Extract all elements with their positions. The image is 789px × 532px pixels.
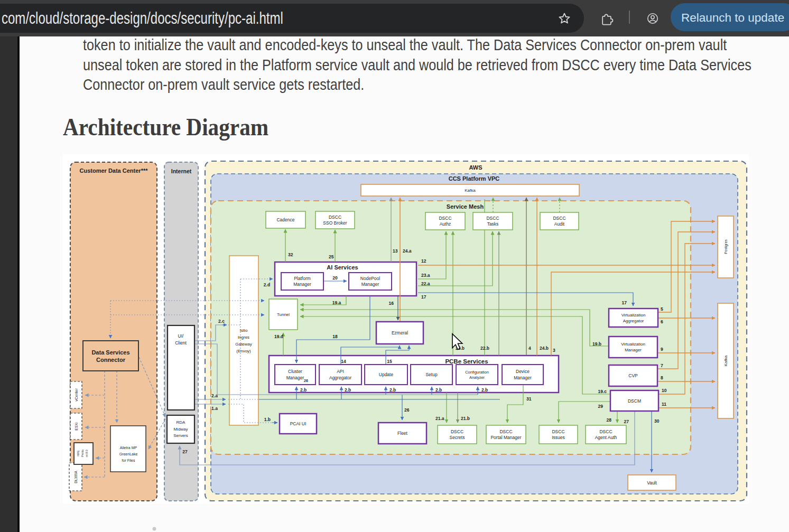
svg-text:Servers: Servers bbox=[173, 433, 188, 438]
svg-text:Cluster: Cluster bbox=[288, 369, 302, 374]
svg-text:Update: Update bbox=[379, 372, 394, 377]
svg-text:Issues: Issues bbox=[552, 435, 565, 440]
svg-text:2.a: 2.a bbox=[211, 393, 218, 398]
svg-text:Analyzer: Analyzer bbox=[469, 375, 485, 380]
svg-text:Kafka: Kafka bbox=[465, 188, 476, 193]
svg-text:Customer Data Center***: Customer Data Center*** bbox=[80, 167, 148, 174]
svg-text:31: 31 bbox=[526, 396, 532, 402]
svg-text:DSCC: DSCC bbox=[329, 214, 341, 220]
svg-text:RDA: RDA bbox=[177, 420, 186, 425]
svg-text:Manager: Manager bbox=[514, 375, 532, 380]
svg-text:Prolia: Prolia bbox=[81, 449, 84, 457]
svg-text:22.a: 22.a bbox=[421, 281, 430, 286]
svg-text:DSCC: DSCC bbox=[552, 429, 564, 434]
svg-text:Istio: Istio bbox=[240, 328, 248, 333]
svg-text:Connector: Connector bbox=[96, 357, 126, 363]
svg-text:Portal Manager: Portal Manager bbox=[490, 435, 521, 440]
svg-text:Ezmeral: Ezmeral bbox=[392, 330, 408, 335]
svg-text:AI Services: AI Services bbox=[327, 264, 358, 270]
svg-text:SSO Broker: SSO Broker bbox=[323, 220, 347, 226]
svg-text:15: 15 bbox=[387, 359, 392, 364]
svg-text:27: 27 bbox=[624, 419, 629, 424]
svg-text:Manager: Manager bbox=[286, 375, 304, 380]
svg-text:29: 29 bbox=[598, 404, 604, 409]
svg-text:6: 6 bbox=[661, 319, 663, 324]
svg-text:Aggregator: Aggregator bbox=[329, 375, 351, 380]
svg-text:Tasks: Tasks bbox=[487, 221, 499, 227]
svg-text:14: 14 bbox=[341, 359, 346, 364]
svg-text:Kafka: Kafka bbox=[723, 355, 728, 366]
svg-text:28: 28 bbox=[607, 417, 612, 423]
svg-text:17: 17 bbox=[622, 300, 627, 305]
svg-text:19.c: 19.c bbox=[598, 389, 607, 394]
svg-text:CVP: CVP bbox=[628, 373, 638, 378]
svg-text:Manager: Manager bbox=[625, 348, 642, 352]
svg-text:Alletra MP: Alletra MP bbox=[120, 446, 137, 450]
svg-text:26: 26 bbox=[404, 407, 410, 413]
svg-text:3: 3 bbox=[553, 348, 555, 353]
svg-text:19.a: 19.a bbox=[332, 300, 341, 305]
svg-text:24.a: 24.a bbox=[403, 248, 412, 254]
svg-text:UI/: UI/ bbox=[178, 333, 184, 339]
svg-text:DSCC: DSCC bbox=[439, 216, 451, 221]
svg-text:30: 30 bbox=[654, 418, 660, 424]
svg-text:DSCC: DSCC bbox=[553, 216, 565, 221]
svg-text:Agent Auth: Agent Auth bbox=[595, 435, 617, 440]
svg-text:Authz: Authz bbox=[440, 221, 451, 227]
svg-text:Aggregator: Aggregator bbox=[623, 319, 644, 323]
svg-text:Tunnel: Tunnel bbox=[277, 312, 290, 317]
svg-text:Postgres: Postgres bbox=[724, 239, 728, 254]
svg-text:DSCC: DSCC bbox=[451, 429, 463, 434]
svg-text:2.b: 2.b bbox=[435, 387, 442, 393]
svg-text:API: API bbox=[337, 369, 344, 374]
svg-text:12: 12 bbox=[421, 258, 426, 264]
svg-text:(Envoy): (Envoy) bbox=[236, 349, 251, 353]
svg-text:2.b: 2.b bbox=[481, 387, 488, 393]
svg-text:1.a: 1.a bbox=[211, 406, 218, 411]
svg-text:4: 4 bbox=[528, 346, 531, 351]
svg-text:Gateway: Gateway bbox=[235, 342, 252, 347]
svg-text:26: 26 bbox=[304, 379, 308, 382]
svg-text:1.b: 1.b bbox=[264, 417, 271, 422]
svg-text:10: 10 bbox=[662, 388, 667, 393]
svg-text:Midway: Midway bbox=[173, 427, 188, 432]
svg-text:vCenter: vCenter bbox=[75, 388, 78, 402]
svg-text:Virtualization: Virtualization bbox=[621, 342, 645, 347]
svg-text:19.d: 19.d bbox=[274, 334, 283, 339]
svg-text:HPE: HPE bbox=[77, 450, 80, 456]
svg-text:Audit: Audit bbox=[554, 221, 565, 227]
svg-text:PCAI UI: PCAI UI bbox=[290, 421, 307, 426]
svg-text:for Files: for Files bbox=[122, 459, 135, 462]
svg-text:Ingres: Ingres bbox=[238, 335, 249, 340]
svg-text:5: 5 bbox=[661, 306, 663, 312]
svg-text:Device: Device bbox=[516, 369, 530, 374]
svg-text:GreenLake: GreenLake bbox=[119, 452, 138, 456]
svg-text:27: 27 bbox=[182, 449, 188, 454]
svg-text:Virtualization: Virtualization bbox=[621, 313, 646, 318]
svg-text:Manager: Manager bbox=[293, 282, 311, 287]
svg-text:7: 7 bbox=[661, 363, 663, 368]
svg-text:DSCC: DSCC bbox=[486, 216, 499, 221]
svg-text:DSCC: DSCC bbox=[599, 429, 612, 434]
svg-text:23.a: 23.a bbox=[421, 273, 430, 278]
svg-text:2.c: 2.c bbox=[218, 319, 225, 324]
svg-text:2.d: 2.d bbox=[264, 282, 270, 287]
svg-text:Data Services: Data Services bbox=[91, 349, 129, 356]
svg-text:PCBe Services: PCBe Services bbox=[445, 358, 488, 365]
svg-text:21.b: 21.b bbox=[461, 416, 470, 421]
svg-text:19.b: 19.b bbox=[592, 341, 601, 347]
svg-text:DSCM: DSCM bbox=[628, 398, 641, 404]
svg-text:25: 25 bbox=[329, 254, 334, 259]
svg-text:22.b: 22.b bbox=[480, 346, 489, 351]
svg-text:2.b: 2.b bbox=[300, 387, 307, 393]
svg-text:13: 13 bbox=[393, 248, 398, 254]
svg-text:Platform: Platform bbox=[294, 276, 311, 281]
svg-text:8: 8 bbox=[661, 375, 663, 380]
svg-text:Service Mesh: Service Mesh bbox=[447, 203, 484, 210]
svg-text:9: 9 bbox=[661, 347, 663, 352]
svg-text:17: 17 bbox=[421, 294, 426, 300]
svg-text:nt 8.0: nt 8.0 bbox=[85, 450, 88, 457]
svg-text:AWS: AWS bbox=[469, 164, 482, 171]
svg-text:21.a: 21.a bbox=[435, 416, 444, 421]
svg-text:Internet: Internet bbox=[171, 168, 192, 174]
